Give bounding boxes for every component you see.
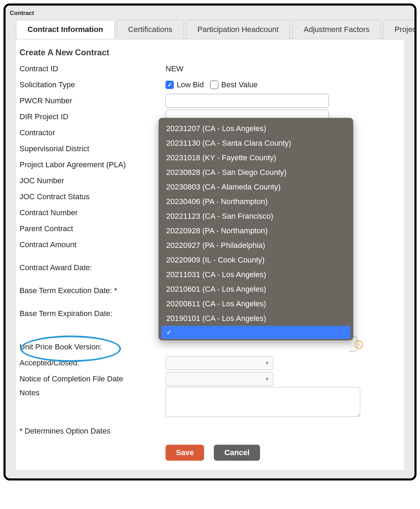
tab-project[interactable]: Project <box>383 20 417 39</box>
label-base-expire: Base Term Expiration Date: <box>19 308 165 320</box>
section-heading: Create A New Contract <box>19 48 401 57</box>
window-title: Contract <box>6 6 414 19</box>
dropdown-option[interactable]: 20220909 (IL - Cook County) <box>161 253 350 267</box>
info-icon[interactable]: i <box>355 340 363 349</box>
chevron-down-icon: ▼ <box>265 360 269 366</box>
dropdown-option[interactable]: 20230406 (PA - Northampton) <box>161 194 350 209</box>
label-pwcr-number: PWCR Number <box>19 95 165 107</box>
label-supervisorial-district: Supervisorial District <box>19 143 165 155</box>
value-contract-id: NEW <box>165 64 183 73</box>
textarea-notes[interactable] <box>165 387 360 417</box>
dropdown-option[interactable]: 20200811 (CA - Los Angeles) <box>161 297 350 311</box>
label-contractor: Contractor <box>19 127 165 139</box>
dropdown-option[interactable]: 20190101 (CA - Los Angeles) <box>161 311 350 326</box>
dropdown-option[interactable]: 20220927 (PA - Philadelphia) <box>161 238 350 253</box>
checkbox-low-bid-wrap[interactable]: ✓ Low Bid <box>165 80 204 89</box>
tabs-row: Contract Information Certifications Part… <box>6 19 414 39</box>
dropdown-upb-version[interactable]: 20231207 (CA - Los Angeles) 20231130 (CA… <box>159 118 353 340</box>
label-base-exec: Base Term Execution Date: * <box>19 285 165 297</box>
label-best-value: Best Value <box>221 80 258 89</box>
dropdown-option[interactable]: 20221123 (CA - San Francisco) <box>161 209 350 224</box>
dropdown-option-selected[interactable]: ✓ <box>161 326 350 339</box>
dropdown-option[interactable]: 20211031 (CA - Los Angeles) <box>161 267 350 282</box>
label-notice-completion: Notice of Completion File Date <box>19 373 165 385</box>
label-joc-number: JOC Number <box>19 175 165 187</box>
label-contract-id: Contract ID <box>19 63 165 75</box>
checkmark-icon: ✓ <box>166 328 172 337</box>
footnote-text: * Determines Option Dates <box>19 427 401 436</box>
dropdown-option[interactable]: 20230828 (CA - San Diego County) <box>161 165 350 180</box>
label-parent-contract: Parent Contract <box>19 223 165 235</box>
app-window: Contract Contract Information Certificat… <box>3 3 417 480</box>
check-icon: ✓ <box>165 81 174 89</box>
select-accepted-closed[interactable]: ▼ <box>165 356 273 370</box>
tab-adjustment-factors[interactable]: Adjustment Factors <box>292 20 381 39</box>
save-button[interactable]: Save <box>165 445 204 461</box>
tab-participation-headcount[interactable]: Participation Headcount <box>186 20 290 39</box>
label-solicitation-type: Solicitation Type <box>19 79 165 91</box>
label-upb-version: Unit Price Book Version: <box>19 341 165 353</box>
tab-certifications[interactable]: Certifications <box>117 20 184 39</box>
dropdown-option[interactable]: 20231207 (CA - Los Angeles) <box>161 121 350 136</box>
checkbox-empty-icon <box>210 81 218 89</box>
label-pla: Project Labor Agreement (PLA) <box>19 159 165 171</box>
label-notes: Notes <box>19 387 165 399</box>
input-pwcr-number[interactable] <box>165 94 329 108</box>
chevron-down-icon: ▼ <box>265 376 269 382</box>
label-low-bid: Low Bid <box>177 80 204 89</box>
label-contract-number: Contract Number <box>19 207 165 219</box>
label-joc-status: JOC Contract Status <box>19 191 165 203</box>
dropdown-option[interactable]: 20231018 (KY - Fayette County) <box>161 151 350 165</box>
tab-contract-information[interactable]: Contract Information <box>16 20 115 39</box>
label-contract-amount: Contract Amount <box>19 239 165 251</box>
label-award-date: Contract Award Date: <box>19 262 165 274</box>
content-panel: Create A New Contract Contract ID NEW So… <box>16 39 404 470</box>
dropdown-option[interactable]: 20210601 (CA - Los Angeles) <box>161 282 350 297</box>
cancel-button[interactable]: Cancel <box>214 445 260 461</box>
dropdown-option[interactable]: 20231130 (CA - Santa Clara County) <box>161 136 350 151</box>
dropdown-option[interactable]: 20220928 (PA - Northampton) <box>161 224 350 238</box>
checkbox-best-value-wrap[interactable]: Best Value <box>210 80 258 89</box>
dropdown-option[interactable]: 20230803 (CA - Alameda County) <box>161 180 350 194</box>
label-dir-project-id: DIR Project ID <box>19 111 165 123</box>
label-accepted-closed: Accepted/Closed: <box>19 357 165 369</box>
select-notice-completion[interactable]: ▼ <box>165 372 273 386</box>
